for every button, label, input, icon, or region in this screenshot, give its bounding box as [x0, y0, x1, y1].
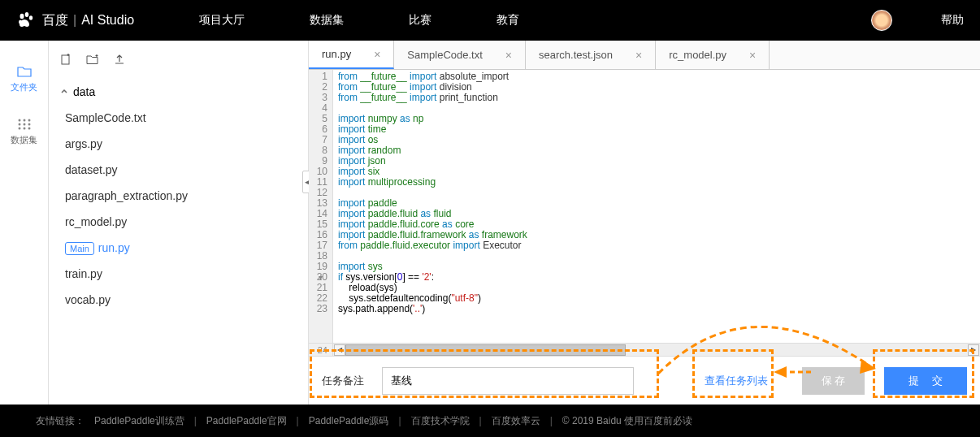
tree-file[interactable]: paragraph_extraction.py — [60, 183, 297, 209]
tree-file[interactable]: SampleCode.txt — [60, 105, 297, 131]
tab-label: rc_model.py — [669, 49, 726, 61]
activity-bar: 文件夹 数据集 — [0, 41, 49, 405]
close-icon[interactable]: × — [374, 48, 380, 61]
file-explorer: data SampleCode.txt args.py dataset.py p… — [49, 41, 309, 405]
editor-tabs: run.py× SampleCode.txt× search.test.json… — [309, 41, 980, 70]
folder-icon — [17, 65, 32, 78]
logo-divider: | — [73, 13, 76, 28]
svg-point-2 — [29, 15, 33, 20]
svg-point-11 — [23, 128, 25, 130]
main-file-label: run.py — [98, 241, 130, 254]
scroll-left-icon[interactable]: ◀ — [334, 344, 345, 356]
nav-projects[interactable]: 项目大厅 — [199, 13, 245, 28]
submit-button[interactable]: 提 交 — [884, 367, 967, 395]
logo-area[interactable]: 百度 | AI Studio — [16, 11, 134, 30]
footer-link[interactable]: PaddlePaddle训练营 — [94, 414, 184, 428]
footer-link[interactable]: PaddlePaddle官网 — [206, 414, 287, 428]
chevron-down-icon — [60, 88, 68, 96]
svg-point-10 — [18, 128, 20, 130]
close-icon[interactable]: × — [749, 49, 756, 62]
fold-icon[interactable]: ▾ — [319, 272, 323, 283]
file-tree: data SampleCode.txt args.py dataset.py p… — [49, 79, 308, 321]
svg-point-8 — [23, 123, 25, 126]
tree-file[interactable]: dataset.py — [60, 157, 297, 183]
svg-point-0 — [20, 14, 24, 19]
scroll-right-icon[interactable]: ▶ — [968, 344, 979, 356]
editor-area: ◀ run.py× SampleCode.txt× search.test.js… — [309, 41, 980, 405]
task-bar: 任务备注 查看任务列表 保 存 提 交 — [309, 356, 980, 405]
activity-files[interactable]: 文件夹 — [11, 65, 37, 93]
save-button[interactable]: 保 存 — [802, 367, 865, 395]
svg-point-4 — [18, 119, 20, 122]
header-right: 帮助 — [871, 10, 964, 31]
tree-file[interactable]: train.py — [60, 261, 297, 287]
svg-point-12 — [28, 128, 30, 130]
tree-file[interactable]: args.py — [60, 131, 297, 157]
activity-datasets[interactable]: 数据集 — [11, 118, 37, 146]
svg-rect-13 — [62, 55, 69, 64]
grid-icon — [17, 118, 32, 131]
svg-point-6 — [28, 119, 30, 122]
scroll-thumb[interactable] — [345, 344, 626, 356]
paw-icon — [16, 11, 36, 30]
close-icon[interactable]: × — [505, 49, 512, 62]
activity-files-label: 文件夹 — [11, 81, 37, 93]
footer-copyright: © 2019 Baidu 使用百度前必读 — [562, 414, 692, 428]
tab-label: search.test.json — [539, 49, 613, 61]
folder-label: data — [73, 85, 95, 98]
main-area: 文件夹 数据集 data SampleCode.txt args.py — [0, 41, 980, 405]
tree-file-main[interactable]: Mainrun.py — [60, 235, 297, 261]
gutter-last-line: 24 — [309, 344, 333, 356]
nav-competitions[interactable]: 比赛 — [409, 13, 431, 28]
footer: 友情链接： PaddlePaddle训练营| PaddlePaddle官网| P… — [0, 405, 980, 437]
tab-search-json[interactable]: search.test.json× — [526, 41, 656, 69]
new-folder-icon[interactable] — [86, 54, 99, 67]
tree-folder-data[interactable]: data — [60, 79, 297, 105]
new-file-icon[interactable] — [60, 54, 72, 67]
task-note-input[interactable] — [382, 367, 634, 395]
nav-education[interactable]: 教育 — [497, 13, 519, 28]
footer-prefix: 友情链接： — [36, 414, 85, 428]
svg-point-5 — [23, 119, 25, 122]
header: 百度 | AI Studio 项目大厅 数据集 比赛 教育 帮助 — [0, 0, 980, 41]
file-toolbar — [49, 50, 308, 79]
tab-run-py[interactable]: run.py× — [309, 41, 394, 69]
footer-link[interactable]: 百度效率云 — [492, 414, 540, 428]
tab-rc-model[interactable]: rc_model.py× — [656, 41, 770, 69]
svg-point-1 — [25, 12, 29, 17]
tab-samplecode[interactable]: SampleCode.txt× — [394, 41, 526, 69]
svg-point-7 — [18, 123, 20, 126]
help-link[interactable]: 帮助 — [941, 13, 964, 28]
close-icon[interactable]: × — [635, 49, 642, 62]
footer-link[interactable]: PaddlePaddle源码 — [309, 414, 389, 428]
horizontal-scrollbar[interactable]: 24 ◀ ▶ — [309, 343, 980, 356]
line-gutter: 1234567891011121314151617181920212223 — [309, 70, 333, 343]
code-content[interactable]: from __future__ import absolute_importfr… — [333, 70, 980, 343]
nav-datasets[interactable]: 数据集 — [310, 13, 344, 28]
footer-link[interactable]: 百度技术学院 — [411, 414, 470, 428]
nav-menu: 项目大厅 数据集 比赛 教育 — [199, 13, 519, 28]
activity-datasets-label: 数据集 — [11, 134, 37, 146]
task-note-label: 任务备注 — [322, 374, 364, 388]
view-tasks-link[interactable]: 查看任务列表 — [705, 374, 768, 388]
tree-file[interactable]: rc_model.py — [60, 209, 297, 235]
avatar[interactable] — [871, 10, 892, 31]
tree-file[interactable]: vocab.py — [60, 287, 297, 313]
upload-icon[interactable] — [114, 54, 125, 67]
code-editor[interactable]: 1234567891011121314151617181920212223 fr… — [309, 70, 980, 343]
main-badge: Main — [65, 242, 94, 255]
logo-studio-text: AI Studio — [81, 13, 134, 28]
svg-point-9 — [28, 123, 30, 126]
logo-baidu-text: 百度 — [42, 12, 68, 29]
tab-label: run.py — [322, 48, 351, 60]
tab-label: SampleCode.txt — [407, 49, 483, 61]
